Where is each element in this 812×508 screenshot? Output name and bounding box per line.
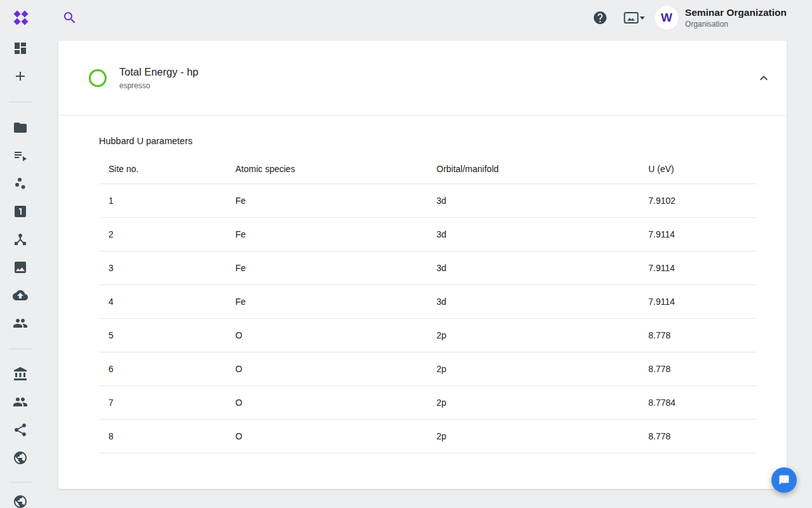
cell-species: Fe — [235, 229, 436, 239]
share-icon[interactable] — [8, 417, 33, 443]
table-row: 6 O 2p 8.778 — [99, 352, 756, 386]
cell-site-no: 3 — [99, 263, 235, 273]
process-card: Total Energy - hp espresso Hubbard U par… — [58, 41, 787, 489]
app-logo-icon[interactable] — [13, 10, 29, 26]
table-row: 8 O 2p 8.778 — [99, 420, 756, 453]
cell-site-no: 6 — [99, 364, 235, 374]
cell-u-value: 8.778 — [648, 364, 756, 374]
chevron-up-icon[interactable] — [751, 65, 776, 91]
cell-u-value: 7.9114 — [648, 263, 756, 273]
column-header-site: Site no. — [99, 164, 235, 174]
cell-u-value: 7.9114 — [648, 229, 756, 239]
image-icon[interactable] — [8, 255, 33, 280]
sidebar-divider — [10, 102, 31, 102]
cell-site-no: 5 — [99, 330, 235, 340]
cell-species: O — [235, 364, 436, 374]
table-row: 1 Fe 3d 7.9102 — [99, 184, 756, 218]
table-row: 3 Fe 3d 7.9114 — [99, 251, 756, 285]
table-row: 5 O 2p 8.778 — [99, 319, 756, 352]
table-row: 4 Fe 3d 7.9114 — [99, 285, 756, 319]
playlist-icon[interactable] — [8, 143, 33, 168]
process-title: Total Energy - hp — [119, 65, 199, 79]
people-icon[interactable] — [8, 311, 33, 336]
cell-u-value: 8.778 — [648, 431, 756, 441]
cloud-upload-icon[interactable] — [8, 283, 33, 308]
topbar: W Seminar Organization Organisation — [0, 0, 812, 36]
avatar[interactable]: W — [655, 6, 679, 30]
chat-button[interactable] — [771, 467, 797, 493]
cell-u-value: 7.9102 — [648, 196, 756, 206]
table-row: 2 Fe 3d 7.9114 — [99, 218, 756, 251]
hubbard-table: Site no. Atomic species Orbital/manifold… — [99, 154, 756, 453]
cell-species: Fe — [235, 196, 436, 206]
bank-icon[interactable] — [8, 361, 33, 387]
tree-icon[interactable] — [8, 227, 33, 252]
cell-species: O — [235, 431, 436, 441]
table-header-row: Site no. Atomic species Orbital/manifold… — [99, 154, 756, 184]
cell-orbital: 3d — [436, 297, 648, 307]
process-card-header: Total Energy - hp espresso — [58, 41, 787, 116]
org-name: Seminar Organization — [685, 6, 787, 18]
chat-bubble-icon — [778, 474, 790, 486]
scatter-plot-icon[interactable] — [8, 171, 33, 196]
cell-u-value: 8.7784 — [648, 398, 756, 408]
cell-site-no: 7 — [99, 398, 235, 408]
media-dropdown-icon[interactable] — [624, 10, 645, 25]
cell-species: Fe — [235, 263, 436, 273]
groups-icon[interactable] — [8, 389, 33, 415]
section-title: Hubbard U parameters — [99, 135, 756, 147]
search-icon[interactable] — [62, 10, 77, 25]
sidebar-divider — [10, 482, 31, 483]
cell-u-value: 7.9114 — [648, 297, 756, 307]
add-icon[interactable] — [8, 64, 33, 89]
cell-orbital: 3d — [436, 263, 648, 273]
cell-site-no: 8 — [99, 431, 235, 441]
cell-site-no: 1 — [99, 196, 235, 206]
cell-orbital: 3d — [436, 229, 648, 239]
cell-orbital: 2p — [436, 330, 648, 340]
cell-orbital: 2p — [436, 431, 648, 441]
globe-icon[interactable] — [8, 445, 33, 471]
cell-species: Fe — [235, 297, 436, 307]
sidebar — [0, 36, 41, 508]
account-menu[interactable]: Seminar Organization Organisation — [685, 6, 787, 29]
table-row: 7 O 2p 8.7784 — [99, 386, 756, 420]
cell-site-no: 4 — [99, 297, 235, 307]
cell-orbital: 2p — [436, 364, 648, 374]
help-icon[interactable] — [593, 10, 608, 25]
sidebar-divider — [10, 349, 31, 349]
globe-bottom-icon[interactable] — [8, 489, 33, 508]
dashboard-icon[interactable] — [8, 36, 33, 61]
status-ring-icon — [89, 69, 107, 87]
column-header-orbital: Orbital/manifold — [436, 164, 648, 174]
looks-one-icon[interactable] — [8, 199, 33, 224]
process-subtitle: espresso — [119, 81, 199, 90]
cell-species: O — [235, 398, 436, 408]
folder-icon[interactable] — [8, 115, 33, 140]
org-type: Organisation — [685, 20, 787, 29]
cell-orbital: 3d — [436, 196, 648, 206]
column-header-species: Atomic species — [235, 164, 436, 174]
column-header-u: U (eV) — [648, 164, 756, 174]
process-card-body: Hubbard U parameters Site no. Atomic spe… — [58, 116, 787, 453]
cell-orbital: 2p — [436, 398, 648, 408]
cell-u-value: 8.778 — [648, 330, 756, 340]
cell-site-no: 2 — [99, 229, 235, 239]
cell-species: O — [235, 330, 436, 340]
